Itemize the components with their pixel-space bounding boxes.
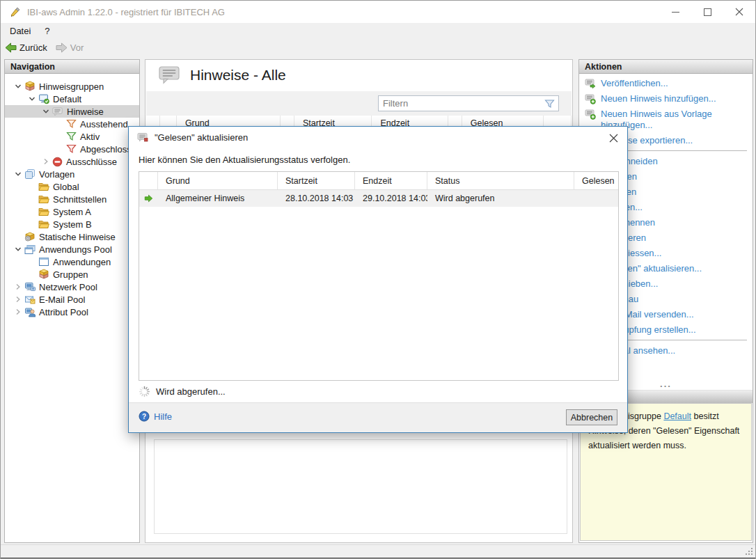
dialog-column-header-grund[interactable]: Grund	[158, 172, 278, 189]
network-icon	[24, 282, 36, 292]
help-label: Hilfe	[154, 411, 172, 422]
filter-band	[146, 91, 572, 116]
cell-endzeit: 29.10.2018 14:03	[355, 190, 427, 207]
notice-default-link[interactable]: Default	[663, 411, 691, 421]
tree-item-statische-hinweise[interactable]: Statische Hinweise	[5, 230, 139, 243]
tree-item-gruppen[interactable]: Gruppen	[5, 268, 139, 281]
folder-icon	[38, 182, 49, 191]
tree-item-label: Statische Hinweise	[39, 232, 116, 242]
dialog-column-header-status[interactable]: Status	[427, 172, 574, 189]
bubble-icon	[52, 107, 63, 117]
toolbar: Zurück Vor	[1, 39, 755, 56]
svg-text:?: ?	[142, 413, 146, 420]
navigation-header: Navigation	[5, 60, 139, 74]
funnel-green-icon	[66, 132, 77, 141]
tree-item-label: System B	[53, 219, 92, 230]
help-link[interactable]: ? Hilfe	[139, 411, 172, 422]
minimize-button[interactable]	[659, 1, 691, 23]
dialog-column-header-endzeit[interactable]: Endzeit	[355, 172, 427, 189]
chevron-down-icon[interactable]	[40, 108, 52, 115]
close-button[interactable]	[723, 1, 755, 23]
preview-pane	[154, 439, 567, 534]
action-label: Neuen Hinweis hinzufügen...	[601, 93, 716, 104]
chevron-down-icon[interactable]	[12, 246, 24, 253]
resize-grip-icon[interactable]	[744, 546, 753, 556]
tree-item-label: Attribut Pool	[39, 307, 88, 317]
tree-item-system-a[interactable]: System A	[5, 205, 139, 218]
chevron-down-icon[interactable]	[12, 83, 24, 90]
green-arrow-icon	[143, 194, 154, 203]
dialog-column-header-startzeit[interactable]: Startzeit	[278, 172, 355, 189]
tree-item-anwendungs-pool[interactable]: Anwendungs Pool	[5, 243, 139, 255]
dialog-progress-text: Wird abgerufen...	[156, 386, 226, 397]
tree-item-default[interactable]: Default	[5, 93, 139, 105]
menu-item-datei[interactable]: Datei	[1, 23, 38, 39]
maximize-button[interactable]	[691, 1, 723, 23]
gelesen-aktualisieren-dialog: "Gelesen" aktualisieren Hier können Sie …	[128, 126, 628, 433]
forward-label: Vor	[70, 42, 84, 53]
notes-bubble-icon	[158, 65, 182, 86]
tree-item-vorlagen[interactable]: Vorlagen	[5, 168, 139, 180]
tree-item-schnittstellen[interactable]: Schnittstellen	[5, 193, 139, 205]
note-publish-icon	[585, 78, 596, 89]
chevron-right-icon[interactable]	[12, 283, 24, 290]
tree-item-label: Ausschlüsse	[66, 157, 117, 167]
tree-item-attribut-pool[interactable]: Attribut Pool	[5, 306, 139, 318]
tree-item-netzwerk-pool[interactable]: Netzwerk Pool	[5, 281, 139, 293]
title-bar: IBI-aws Admin 1.22.0 - registriert für I…	[1, 1, 755, 23]
tree-item-label: Global	[53, 182, 79, 192]
forward-button[interactable]: Vor	[52, 40, 88, 56]
tree-item-aktiv[interactable]: Aktiv	[5, 130, 139, 143]
tree-item-abgeschlossen[interactable]: Abgeschlossen	[5, 143, 139, 155]
chevron-down-icon[interactable]	[26, 95, 38, 102]
tree-item-system-b[interactable]: System B	[5, 218, 139, 230]
back-label: Zurück	[19, 42, 47, 53]
dialog-title-bar: "Gelesen" aktualisieren	[129, 127, 627, 148]
tree-item-e-mail-pool[interactable]: E-Mail Pool	[5, 293, 139, 306]
dialog-title: "Gelesen" aktualisieren	[155, 132, 248, 143]
page-title: Hinweise - Alle	[190, 67, 286, 84]
dialog-table: GrundStartzeitEndzeitStatusGelesen Allge…	[139, 171, 619, 381]
tree-item-label: Schnittstellen	[53, 194, 107, 205]
cancel-button[interactable]: Abbrechen	[566, 409, 617, 425]
filter-funnel-icon[interactable]	[544, 99, 555, 109]
menu-item-help[interactable]: ?	[38, 23, 56, 39]
chevron-right-icon[interactable]	[12, 308, 24, 315]
tree-item-anwendungen[interactable]: Anwendungen	[5, 255, 139, 268]
folder-icon	[38, 219, 49, 229]
dialog-close-icon[interactable]	[608, 132, 619, 143]
actions-header: Aktionen	[579, 60, 753, 74]
back-button[interactable]: Zurück	[1, 40, 52, 56]
tree-item-global[interactable]: Global	[5, 180, 139, 193]
dialog-column-header-gelesen[interactable]: Gelesen	[574, 172, 618, 189]
chevron-right-icon[interactable]	[12, 296, 24, 303]
dialog-message: Hier können Sie den Aktualisierungsstatu…	[139, 155, 350, 165]
action-veröffentlichen[interactable]: Veröffentlichen...	[585, 78, 753, 89]
chevron-down-icon[interactable]	[12, 171, 24, 178]
funnel-orange-icon	[66, 119, 77, 129]
row-status-icon-cell	[139, 190, 158, 207]
filter-input[interactable]	[379, 98, 544, 109]
help-icon: ?	[139, 411, 150, 422]
chevron-right-icon[interactable]	[40, 158, 52, 165]
tree-item-label: System A	[53, 207, 91, 217]
folder-icon	[38, 194, 49, 204]
tree-item-hinweisgruppen[interactable]: Hinweisgruppen	[5, 80, 139, 93]
navigation-panel: Navigation HinweisgruppenDefaultHinweise…	[4, 59, 140, 543]
tree-item-label: Hinweise	[67, 107, 104, 117]
app-window-icon	[38, 257, 49, 267]
dialog-table-row[interactable]: Allgemeiner Hinweis28.10.2018 14:0329.10…	[139, 190, 618, 207]
tree-item-label: Gruppen	[53, 269, 88, 280]
app-window: IBI-aws Admin 1.22.0 - registriert für I…	[0, 0, 756, 559]
templates-icon	[24, 168, 36, 180]
email-icon	[24, 294, 36, 304]
group-stack-icon	[38, 269, 49, 280]
tree-item-ausschlüsse[interactable]: Ausschlüsse	[5, 155, 139, 168]
funnel-red-icon	[66, 144, 77, 154]
tree-item-label: Aktiv	[80, 132, 100, 142]
exclude-icon	[52, 157, 63, 167]
action-neuen-hinweis-hinzufügen[interactable]: Neuen Hinweis hinzufügen...	[585, 93, 753, 104]
tree-item-hinweise[interactable]: Hinweise	[5, 105, 139, 118]
tree-item-label: Ausstehend	[80, 119, 128, 129]
tree-item-ausstehend[interactable]: Ausstehend	[5, 118, 139, 130]
